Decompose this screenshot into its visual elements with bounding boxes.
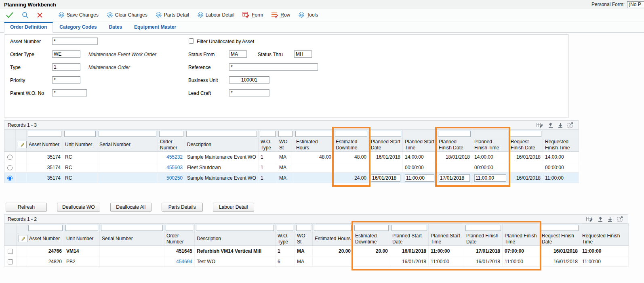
export-up-icon[interactable] bbox=[548, 122, 554, 128]
filter-unallocated-checkbox[interactable] bbox=[189, 38, 194, 44]
export-down-icon[interactable] bbox=[607, 216, 613, 222]
col-unit-number[interactable]: Unit Number bbox=[63, 138, 97, 152]
col-wo-st[interactable]: WO St bbox=[295, 232, 313, 246]
tab-category-codes[interactable]: Category Codes bbox=[54, 22, 102, 32]
popout-grid-icon[interactable] bbox=[617, 216, 624, 222]
filter-serial-number-input[interactable] bbox=[99, 131, 156, 137]
col-estimated-downtime[interactable]: Estimated Downtime bbox=[334, 138, 369, 152]
filter-estimated-downtime-input[interactable] bbox=[354, 225, 389, 231]
col-description[interactable]: Description bbox=[195, 232, 276, 246]
col-planned-start-date[interactable]: Planned Start Date bbox=[369, 138, 403, 152]
lead-craft-field[interactable] bbox=[229, 89, 269, 96]
col-asset-number[interactable]: Asset Number bbox=[27, 138, 63, 152]
filter-estimated-hours-input[interactable] bbox=[295, 131, 332, 137]
col-request-finish-date[interactable]: Request Finish Date bbox=[509, 138, 543, 152]
export-up-icon[interactable] bbox=[598, 216, 603, 222]
status-thru-field[interactable] bbox=[294, 50, 312, 58]
ok-button[interactable] bbox=[2, 11, 17, 19]
personal-form-select[interactable]: (No P bbox=[627, 1, 644, 8]
filter-planned-start-date-input[interactable] bbox=[370, 131, 401, 137]
tab-order-definition[interactable]: Order Definition bbox=[4, 22, 53, 33]
col-request-finish-date[interactable]: Request Finish Date bbox=[540, 232, 580, 246]
status-from-field[interactable] bbox=[229, 50, 247, 58]
filter-asset-number-input[interactable] bbox=[28, 131, 61, 137]
order-number-link[interactable]: 455232 bbox=[166, 154, 183, 160]
col-asset-number[interactable]: Asset Number bbox=[27, 232, 64, 246]
filter-description-input[interactable] bbox=[196, 225, 274, 231]
filter-planned-start-date-input[interactable] bbox=[391, 225, 427, 231]
form-menu[interactable]: Form bbox=[239, 11, 266, 19]
row-select-checkbox[interactable] bbox=[8, 249, 13, 254]
labour-detail-button[interactable]: Labour Detail bbox=[194, 11, 238, 19]
col-planned-finish-date[interactable]: Planned Finish Date bbox=[464, 232, 503, 246]
reference-field[interactable] bbox=[229, 63, 318, 71]
customize-grid-icon[interactable] bbox=[586, 216, 593, 222]
col-planned-finish-time[interactable]: Planned Finish Time bbox=[503, 232, 540, 246]
business-unit-field[interactable] bbox=[229, 76, 269, 84]
filter-wo-type-input[interactable] bbox=[277, 225, 293, 231]
find-button[interactable] bbox=[19, 11, 32, 19]
labour-detail-button[interactable]: Labour Detail bbox=[213, 203, 254, 212]
popout-grid-icon[interactable] bbox=[567, 122, 574, 128]
tab-equipment-master[interactable]: Equipment Master bbox=[128, 22, 182, 32]
filter-wo-st-input[interactable] bbox=[296, 225, 311, 231]
filter-estimated-downtime-input[interactable] bbox=[335, 131, 367, 137]
col-wo-type[interactable]: W.O. Type bbox=[276, 232, 295, 246]
filter-order-number-input[interactable] bbox=[166, 225, 193, 231]
row-menu[interactable]: Row bbox=[268, 11, 293, 19]
parts-detail-button[interactable]: Parts Detail bbox=[152, 11, 192, 19]
filter-wo-st-input[interactable] bbox=[278, 131, 293, 137]
filter-request-finish-date-input[interactable] bbox=[510, 131, 541, 137]
col-requested-finish-time[interactable]: Requested Finish Time bbox=[543, 138, 579, 152]
row-select-checkbox[interactable] bbox=[8, 259, 13, 264]
edit-pencil-icon[interactable] bbox=[18, 141, 27, 148]
order-number-link[interactable]: 454694 bbox=[176, 259, 192, 264]
row-select-radio[interactable] bbox=[7, 155, 13, 160]
filter-planned-finish-date-input[interactable] bbox=[465, 225, 501, 231]
planned-start-date-input[interactable] bbox=[371, 174, 400, 182]
col-order-number[interactable]: Order Number bbox=[164, 232, 195, 246]
planned-finish-date-input[interactable] bbox=[439, 174, 470, 182]
col-unit-number[interactable]: Unit Number bbox=[64, 232, 100, 246]
col-serial-number[interactable]: Serial Number bbox=[97, 138, 158, 152]
order-number-link[interactable]: 455603 bbox=[166, 165, 183, 170]
filter-description-input[interactable] bbox=[186, 131, 257, 137]
col-planned-finish-time[interactable]: Planned Finish Time bbox=[472, 138, 509, 152]
col-estimated-hours[interactable]: Estimated Hours bbox=[294, 138, 334, 152]
planned-finish-time-input[interactable] bbox=[474, 174, 506, 182]
tab-dates[interactable]: Dates bbox=[103, 22, 128, 32]
filter-order-number-input[interactable] bbox=[159, 131, 183, 137]
filter-planned-finish-date-input[interactable] bbox=[438, 131, 471, 137]
deallocate-wo-button[interactable]: Deallocate WO bbox=[57, 203, 100, 212]
filter-wo-type-input[interactable] bbox=[260, 131, 276, 137]
type-field[interactable] bbox=[52, 63, 80, 71]
parent-wo-no-field[interactable] bbox=[52, 89, 87, 96]
filter-estimated-hours-input[interactable] bbox=[314, 225, 351, 231]
planned-start-time-input[interactable] bbox=[405, 174, 434, 182]
parts-details-button[interactable]: Parts Details bbox=[162, 203, 203, 212]
col-planned-finish-date[interactable]: Planned Finish Date bbox=[437, 138, 472, 152]
col-serial-number[interactable]: Serial Number bbox=[100, 232, 164, 246]
filter-unit-number-input[interactable] bbox=[65, 225, 98, 231]
close-button[interactable] bbox=[34, 11, 46, 19]
export-down-icon[interactable] bbox=[558, 122, 563, 128]
filter-serial-number-input[interactable] bbox=[101, 225, 163, 231]
col-planned-start-time[interactable]: Planned Start Time bbox=[403, 138, 437, 152]
deallocate-all-button[interactable]: Deallocate All bbox=[110, 203, 152, 212]
col-description[interactable]: Description bbox=[185, 138, 259, 152]
customize-grid-icon[interactable] bbox=[537, 122, 544, 128]
asset-number-field[interactable] bbox=[52, 38, 98, 45]
order-number-link[interactable]: 500250 bbox=[166, 175, 183, 181]
priority-field[interactable] bbox=[52, 76, 80, 84]
col-planned-start-date[interactable]: Planned Start Date bbox=[390, 232, 429, 246]
row-select-radio[interactable] bbox=[7, 165, 13, 170]
row-select-radio[interactable] bbox=[7, 176, 13, 181]
clear-changes-button[interactable]: Clear Changes bbox=[103, 11, 151, 19]
tools-menu[interactable]: Tools bbox=[295, 11, 321, 19]
edit-pencil-icon[interactable] bbox=[19, 235, 27, 242]
order-type-field[interactable] bbox=[52, 50, 80, 58]
col-order-number[interactable]: Order Number bbox=[158, 138, 185, 152]
col-estimated-downtime[interactable]: Estimated Downtime bbox=[353, 232, 390, 246]
col-wo-type[interactable]: W.O. Type bbox=[259, 138, 277, 152]
filter-unit-number-input[interactable] bbox=[64, 131, 96, 137]
